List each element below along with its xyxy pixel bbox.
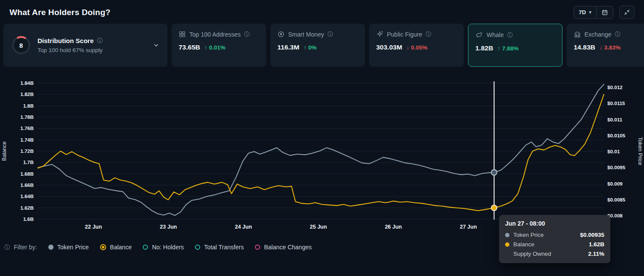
page-title: What Are Holders Doing? bbox=[9, 8, 110, 17]
filter-label: Filter by: bbox=[14, 244, 37, 251]
total-transfers-legend-dot bbox=[195, 245, 200, 250]
svg-text:1.68B: 1.68B bbox=[20, 171, 34, 177]
svg-text:1.72B: 1.72B bbox=[20, 149, 34, 154]
collapse-icon bbox=[623, 9, 631, 16]
timeframe-control-group: 7D ▾ bbox=[574, 6, 613, 19]
stat-change: ↓ 0.05% bbox=[406, 44, 427, 51]
stat-label: Exchange bbox=[584, 31, 611, 38]
token-price-legend-dot bbox=[48, 245, 53, 250]
stat-label: Whale bbox=[487, 31, 504, 38]
svg-text:$0.0105: $0.0105 bbox=[607, 133, 625, 138]
card-exchange[interactable]: Exchange ⓘ 14.83B ↓ 3.83% bbox=[567, 24, 644, 67]
calendar-icon bbox=[601, 9, 608, 16]
svg-text:Token Price: Token Price bbox=[637, 137, 643, 165]
svg-text:1.7B: 1.7B bbox=[23, 160, 34, 165]
header-controls: 7D ▾ bbox=[574, 6, 635, 19]
svg-text:1.74B: 1.74B bbox=[20, 137, 34, 143]
balance-dot bbox=[505, 242, 509, 247]
filter-no-holders[interactable]: No: Holders bbox=[143, 244, 184, 251]
svg-text:$0.011: $0.011 bbox=[607, 117, 622, 122]
svg-text:1.8B: 1.8B bbox=[23, 103, 34, 109]
grid-icon bbox=[179, 31, 186, 38]
stat-change: ↑ 0% bbox=[304, 44, 317, 51]
distribution-texts: Distribution Score ⓘ Top 100 hold 67% su… bbox=[38, 37, 103, 53]
chevron-down-icon[interactable] bbox=[153, 42, 160, 49]
svg-text:$0.0115: $0.0115 bbox=[607, 101, 625, 106]
stat-value: 116.3M bbox=[277, 43, 299, 51]
info-icon[interactable]: ⓘ bbox=[507, 32, 513, 38]
svg-text:$0.0085: $0.0085 bbox=[607, 197, 625, 202]
stat-label: Public Figure bbox=[387, 31, 422, 38]
tooltip-row-supply-owned: Supply Owned 2.11% bbox=[505, 251, 604, 257]
info-icon[interactable]: ⓘ bbox=[97, 38, 103, 43]
svg-text:25 Jun: 25 Jun bbox=[310, 224, 327, 230]
svg-text:1.76B: 1.76B bbox=[20, 126, 34, 131]
filter-balance[interactable]: Balance bbox=[100, 244, 132, 251]
bank-icon bbox=[574, 31, 581, 38]
stat-value: 1.82B bbox=[475, 44, 493, 52]
svg-text:1.6B: 1.6B bbox=[23, 217, 34, 222]
distribution-subtitle: Top 100 hold 67% supply bbox=[38, 47, 103, 53]
timeframe-value: 7D bbox=[579, 9, 586, 16]
svg-text:1.64B: 1.64B bbox=[20, 194, 34, 199]
card-smart-money[interactable]: Smart Money ⓘ 116.3M ↑ 0% bbox=[270, 24, 365, 67]
info-icon[interactable]: ⓘ bbox=[244, 31, 250, 37]
distribution-title: Distribution Score bbox=[38, 37, 94, 44]
balance-legend-dot bbox=[100, 244, 106, 250]
svg-text:Balance: Balance bbox=[1, 141, 7, 161]
stat-label: Smart Money bbox=[288, 31, 324, 38]
stat-cards-row: 8 Distribution Score ⓘ Top 100 hold 67% … bbox=[0, 24, 644, 67]
info-icon[interactable]: ⓘ bbox=[4, 245, 10, 250]
svg-text:1.82B: 1.82B bbox=[20, 92, 34, 97]
svg-text:$0.012: $0.012 bbox=[607, 85, 622, 90]
stat-value: 73.65B bbox=[179, 43, 200, 51]
info-icon[interactable]: ⓘ bbox=[615, 31, 620, 37]
stat-change: ↓ 3.83% bbox=[600, 44, 621, 51]
stat-change: ↑ 0.01% bbox=[204, 44, 226, 51]
card-public-figure[interactable]: Public Figure ⓘ 303.03M ↓ 0.05% bbox=[369, 24, 464, 67]
holders-chart-area: 1.84B1.82B1.8B1.78B1.76B1.74B1.72B1.7B1.… bbox=[0, 77, 644, 239]
balance-changes-legend-dot bbox=[255, 245, 260, 250]
sparkle-icon bbox=[376, 31, 383, 38]
filter-caption: ⓘ Filter by: bbox=[4, 244, 37, 251]
svg-text:$0.0095: $0.0095 bbox=[607, 165, 625, 170]
filter-balance-changes[interactable]: Balance Changes bbox=[255, 244, 312, 251]
svg-text:1.78B: 1.78B bbox=[20, 115, 34, 120]
info-icon[interactable]: ⓘ bbox=[426, 31, 431, 37]
whale-icon bbox=[475, 31, 483, 39]
svg-text:26 Jun: 26 Jun bbox=[385, 224, 402, 230]
tooltip-row-balance: Balance 1.62B bbox=[505, 241, 604, 248]
stat-value: 303.03M bbox=[376, 43, 402, 51]
stat-value: 14.83B bbox=[574, 43, 595, 51]
collapse-button[interactable] bbox=[619, 6, 635, 19]
calendar-button[interactable] bbox=[596, 6, 613, 19]
chevron-down-icon: ▾ bbox=[589, 9, 591, 15]
filter-total-transfers[interactable]: Total Transfers bbox=[195, 244, 244, 251]
filter-token-price[interactable]: Token Price bbox=[48, 244, 89, 251]
chart-tooltip: Jun 27 - 08:00 Token Price $0.00935 Bala… bbox=[499, 215, 610, 263]
tooltip-title: Jun 27 - 08:00 bbox=[505, 220, 604, 227]
timeframe-dropdown[interactable]: 7D ▾ bbox=[574, 6, 596, 19]
svg-text:$0.009: $0.009 bbox=[607, 181, 622, 186]
distribution-score-value: 8 bbox=[11, 35, 31, 55]
card-whale[interactable]: Whale ⓘ 1.82B ↑ 7.88% bbox=[468, 24, 562, 67]
holders-chart[interactable]: 1.84B1.82B1.8B1.78B1.76B1.74B1.72B1.7B1.… bbox=[0, 77, 644, 239]
tooltip-row-token-price: Token Price $0.00935 bbox=[505, 232, 604, 238]
distribution-score-gauge: 8 bbox=[11, 35, 31, 55]
svg-text:27 Jun: 27 Jun bbox=[460, 224, 477, 230]
svg-text:22 Jun: 22 Jun bbox=[85, 224, 102, 230]
stat-label: Top 100 Addresses bbox=[189, 31, 241, 38]
card-top100-addresses[interactable]: Top 100 Addresses ⓘ 73.65B ↑ 0.01% bbox=[172, 24, 266, 67]
svg-text:1.66B: 1.66B bbox=[20, 183, 34, 188]
no-holders-legend-dot bbox=[143, 245, 148, 250]
distribution-score-card[interactable]: 8 Distribution Score ⓘ Top 100 hold 67% … bbox=[3, 24, 167, 67]
stat-change: ↑ 7.88% bbox=[497, 45, 518, 52]
token-price-dot bbox=[505, 233, 509, 237]
info-icon[interactable]: ⓘ bbox=[327, 31, 333, 37]
svg-text:1.84B: 1.84B bbox=[20, 81, 34, 86]
svg-text:1.62B: 1.62B bbox=[20, 205, 34, 211]
svg-text:23 Jun: 23 Jun bbox=[160, 224, 177, 230]
svg-text:24 Jun: 24 Jun bbox=[235, 224, 252, 230]
svg-text:$0.01: $0.01 bbox=[607, 149, 620, 154]
coin-icon bbox=[277, 31, 285, 38]
